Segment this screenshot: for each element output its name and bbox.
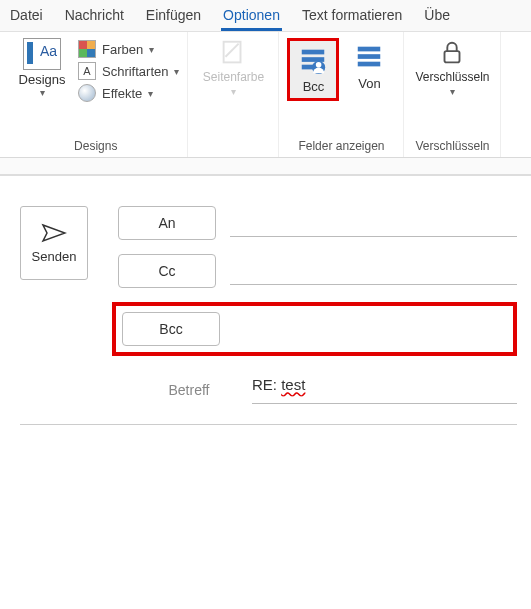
colors-button[interactable]: Farben ▾: [78, 38, 179, 60]
encrypt-button[interactable]: Verschlüsseln ▾: [412, 38, 492, 97]
subject-prefix: RE:: [252, 376, 281, 393]
to-button[interactable]: An: [118, 206, 216, 240]
compose-pane: Senden An Cc Bcc Betreff RE: test: [0, 176, 531, 425]
ribbon: Designs▾ Farben ▾ A Schriftarten ▾ Effek…: [0, 32, 531, 158]
subject-input[interactable]: RE: test: [252, 376, 517, 404]
compose-divider: [20, 424, 517, 425]
send-label: Senden: [32, 249, 77, 264]
group-pagecolor: Seitenfarbe ▾: [188, 32, 279, 157]
fonts-button[interactable]: A Schriftarten ▾: [78, 60, 179, 82]
fonts-label: Schriftarten: [102, 64, 168, 79]
send-button[interactable]: Senden: [20, 206, 88, 280]
svg-rect-6: [358, 47, 381, 52]
svg-rect-9: [445, 51, 460, 62]
group-label-designs: Designs: [74, 139, 117, 155]
effects-label: Effekte: [102, 86, 142, 101]
bcc-input[interactable]: [234, 315, 507, 343]
designs-gallery-label: Designs: [19, 72, 66, 87]
svg-rect-7: [358, 54, 381, 59]
colors-icon: [78, 40, 96, 58]
chevron-down-icon: ▾: [450, 86, 455, 97]
colors-label: Farben: [102, 42, 143, 57]
tab-review[interactable]: Übe: [422, 1, 452, 31]
lock-icon: [436, 38, 468, 68]
subject-word: test: [281, 376, 305, 393]
bcc-row-highlight: Bcc: [112, 302, 517, 356]
chevron-down-icon: ▾: [231, 86, 236, 97]
to-input[interactable]: [230, 209, 517, 237]
effects-button[interactable]: Effekte ▾: [78, 82, 179, 104]
tab-options[interactable]: Optionen: [221, 1, 282, 31]
cc-input[interactable]: [230, 257, 517, 285]
from-icon: [353, 42, 385, 72]
group-show-fields: Bcc Von Felder anzeigen: [279, 32, 404, 157]
group-label-pagecolor: [232, 139, 235, 155]
cc-row: Cc: [118, 254, 517, 288]
group-label-show-fields: Felder anzeigen: [298, 139, 384, 155]
svg-point-5: [316, 62, 322, 68]
chevron-down-icon: ▾: [174, 66, 179, 77]
cc-button[interactable]: Cc: [118, 254, 216, 288]
page-color-label: Seitenfarbe: [203, 70, 264, 84]
chevron-down-icon: ▾: [149, 44, 154, 55]
from-toggle-label: Von: [358, 76, 380, 91]
page-color-button: Seitenfarbe ▾: [196, 38, 270, 97]
group-encrypt: Verschlüsseln ▾ Verschlüsseln: [404, 32, 501, 157]
designs-gallery-button[interactable]: Designs▾: [12, 38, 72, 98]
bcc-icon: [297, 45, 329, 75]
tab-bar: Datei Nachricht Einfügen Optionen Text f…: [0, 0, 531, 32]
designs-swatch-icon: [23, 38, 61, 70]
tab-format-text[interactable]: Text formatieren: [300, 1, 404, 31]
page-color-icon: [217, 38, 249, 68]
to-row: An: [118, 206, 517, 240]
chevron-down-icon: ▾: [148, 88, 153, 99]
bcc-toggle-button[interactable]: Bcc: [287, 38, 339, 101]
from-toggle-button[interactable]: Von: [343, 38, 395, 95]
effects-icon: [78, 84, 96, 102]
group-designs: Designs▾ Farben ▾ A Schriftarten ▾ Effek…: [0, 32, 188, 157]
subject-label: Betreff: [140, 382, 238, 398]
tab-insert[interactable]: Einfügen: [144, 1, 203, 31]
svg-rect-1: [302, 50, 325, 55]
tab-message[interactable]: Nachricht: [63, 1, 126, 31]
encrypt-label: Verschlüsseln: [415, 70, 489, 84]
send-icon: [41, 223, 67, 243]
tab-file[interactable]: Datei: [8, 1, 45, 31]
subject-row: Betreff RE: test: [140, 376, 517, 404]
svg-rect-8: [358, 62, 381, 67]
chevron-down-icon: ▾: [40, 87, 45, 98]
svg-rect-2: [302, 57, 325, 62]
group-label-encrypt: Verschlüsseln: [415, 139, 489, 155]
fonts-icon: A: [78, 62, 96, 80]
bcc-toggle-label: Bcc: [303, 79, 325, 94]
bcc-button[interactable]: Bcc: [122, 312, 220, 346]
